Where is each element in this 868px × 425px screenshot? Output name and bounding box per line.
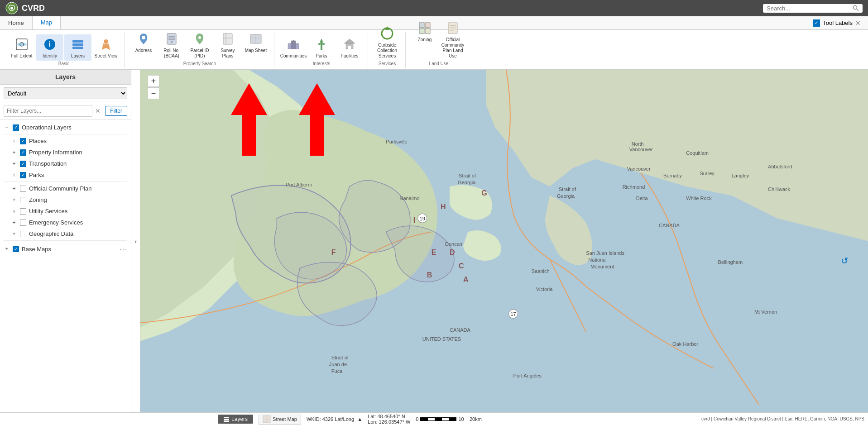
- checkbox-base-maps[interactable]: [13, 246, 19, 252]
- address-label: Address: [135, 48, 152, 53]
- expand-transportation[interactable]: +: [11, 161, 17, 167]
- checkbox-property-info[interactable]: [20, 149, 26, 156]
- checkbox-geographic-data[interactable]: [20, 231, 26, 237]
- toolbar-item-communities[interactable]: Communities: [280, 34, 307, 61]
- toolbar-item-address[interactable]: Address: [130, 29, 157, 61]
- full-extent-label: Full Extent: [11, 53, 32, 59]
- facilities-label: Facilities: [341, 53, 359, 59]
- close-icon[interactable]: ✕: [855, 19, 861, 27]
- search-container[interactable]: [763, 4, 863, 13]
- wkid-info: WKID: 4326 Lat/Long ▲: [307, 416, 362, 422]
- toolbar-item-facilities[interactable]: Facilities: [336, 34, 363, 61]
- toolbar: Full Extent i Identify Layers: [0, 30, 868, 70]
- svg-text:Richmond: Richmond: [623, 184, 645, 190]
- layers-bottom-icon: [223, 416, 230, 422]
- layer-utility-services[interactable]: + Utility Services: [0, 205, 131, 217]
- checkbox-operational[interactable]: [13, 124, 19, 131]
- layers-list: − Operational Layers + Places + Property…: [0, 120, 131, 412]
- checkbox-emergency-services[interactable]: [20, 220, 26, 226]
- label-base-maps: Base Maps: [22, 246, 51, 253]
- svg-point-12: [142, 36, 145, 39]
- svg-rect-96: [224, 420, 229, 422]
- svg-rect-94: [224, 417, 229, 418]
- curbside-collection-icon: [379, 25, 395, 42]
- layer-property-info[interactable]: + Property Information: [0, 147, 131, 158]
- filter-button[interactable]: Filter: [105, 106, 127, 116]
- toolbar-group-interests-label: Interests: [275, 61, 368, 66]
- toolbar-item-identify[interactable]: i Identify: [36, 34, 63, 61]
- layers-bottom-button[interactable]: Layers: [218, 415, 253, 424]
- map-area[interactable]: Parksville Port Alberni Nanaimo North Va…: [140, 70, 868, 412]
- toolbar-item-street-view[interactable]: Street View: [92, 34, 120, 61]
- layer-emergency-services[interactable]: + Emergency Services: [0, 217, 131, 228]
- expand-ocp[interactable]: +: [11, 186, 17, 192]
- toolbar-item-parks[interactable]: Parks: [308, 34, 335, 61]
- collapse-sidebar-button[interactable]: ‹: [131, 70, 140, 412]
- filter-input[interactable]: [4, 105, 92, 117]
- toolbar-item-ocp-land-use[interactable]: Official Community Plan Land Use: [439, 18, 466, 61]
- svg-text:Coquitlam: Coquitlam: [686, 150, 709, 156]
- expand-places[interactable]: +: [11, 138, 17, 144]
- layer-parks[interactable]: + Parks: [0, 169, 131, 181]
- curbside-collection-label: Curbside Collection Services: [374, 43, 400, 59]
- svg-point-1: [10, 7, 13, 10]
- toolbar-item-zoning[interactable]: Zoning: [411, 18, 438, 61]
- zoom-controls: + −: [148, 75, 159, 99]
- svg-text:H: H: [441, 202, 446, 210]
- layer-transportation[interactable]: + Transportation: [0, 158, 131, 169]
- svg-text:17: 17: [510, 311, 516, 317]
- svg-text:Langley: Langley: [732, 173, 749, 178]
- toolbar-item-full-extent[interactable]: Full Extent: [8, 34, 35, 61]
- layer-base-maps[interactable]: + Base Maps ⋯: [0, 242, 131, 256]
- checkbox-parks[interactable]: [20, 172, 26, 178]
- toolbar-item-layers[interactable]: Layers: [64, 34, 91, 61]
- facilities-icon: [341, 36, 358, 53]
- tab-map-label: Map: [41, 19, 52, 26]
- toolbar-item-curbside-collection[interactable]: Curbside Collection Services: [374, 24, 401, 61]
- svg-text:Surrey: Surrey: [700, 171, 715, 176]
- expand-emergency-services[interactable]: +: [11, 220, 17, 226]
- zoom-out-button[interactable]: −: [148, 87, 159, 99]
- expand-base-maps[interactable]: +: [4, 246, 10, 252]
- svg-text:I: I: [413, 216, 415, 224]
- svg-text:#: #: [171, 40, 173, 44]
- svg-text:Oak Harbor: Oak Harbor: [672, 341, 698, 347]
- checkbox-utility-services[interactable]: [20, 208, 26, 215]
- checkbox-transportation[interactable]: [20, 161, 26, 167]
- svg-text:Mt Vernon: Mt Vernon: [754, 309, 777, 315]
- zoom-in-button[interactable]: +: [148, 75, 159, 87]
- scale-line: [420, 417, 456, 421]
- checkbox-zoning[interactable]: [20, 197, 26, 203]
- tool-labels-checkbox[interactable]: ✓: [813, 19, 820, 27]
- zoning-icon: [417, 20, 433, 36]
- layers-label: Layers: [71, 53, 85, 59]
- expand-property-info[interactable]: +: [11, 149, 17, 156]
- checkbox-places[interactable]: [20, 138, 26, 144]
- expand-geographic-data[interactable]: +: [11, 231, 17, 237]
- roll-no-icon: #: [163, 31, 180, 47]
- expand-operational[interactable]: −: [4, 124, 10, 131]
- layer-select[interactable]: Default: [4, 87, 127, 99]
- tab-home[interactable]: Home: [0, 16, 33, 29]
- street-view-label: Street View: [95, 53, 118, 59]
- label-emergency-services: Emergency Services: [29, 219, 83, 226]
- expand-parks[interactable]: +: [11, 172, 17, 178]
- toolbar-item-survey-plans[interactable]: Survey Plans: [214, 29, 241, 61]
- layer-ocp[interactable]: + Official Community Plan: [0, 183, 131, 194]
- svg-text:Burnaby: Burnaby: [663, 173, 682, 178]
- layer-operational[interactable]: − Operational Layers: [0, 122, 131, 133]
- svg-text:Abbotsford: Abbotsford: [768, 164, 792, 169]
- expand-utility-services[interactable]: +: [11, 208, 17, 215]
- tab-map[interactable]: Map: [33, 16, 61, 29]
- checkbox-ocp[interactable]: [20, 186, 26, 192]
- svg-text:CANADA: CANADA: [659, 223, 680, 228]
- toolbar-item-roll-no[interactable]: # Roll No. (BCAA): [158, 29, 185, 61]
- layer-places[interactable]: + Places: [0, 135, 131, 147]
- toolbar-item-map-sheet[interactable]: Map Sheet: [242, 29, 269, 61]
- layer-zoning[interactable]: + Zoning: [0, 194, 131, 205]
- search-input[interactable]: [767, 5, 853, 12]
- filter-clear-icon[interactable]: ✕: [95, 107, 101, 115]
- layer-geographic-data[interactable]: + Geographic Data: [0, 228, 131, 239]
- toolbar-item-parcel-id[interactable]: Parcel ID (PID): [186, 29, 213, 61]
- expand-zoning[interactable]: +: [11, 197, 17, 203]
